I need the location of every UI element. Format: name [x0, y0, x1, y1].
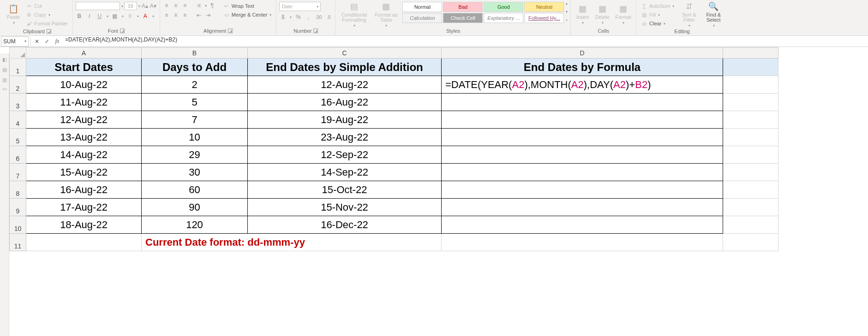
- format-label: Format: [615, 15, 631, 20]
- borders-button[interactable]: ▦: [111, 12, 119, 20]
- insert-function-button[interactable]: fx: [52, 36, 62, 47]
- sort-filter-button[interactable]: ⇵Sort & Filter▾: [678, 2, 700, 27]
- cancel-formula-button[interactable]: ✕: [32, 36, 42, 47]
- x-icon: ✕: [35, 38, 39, 45]
- italic-button[interactable]: I: [86, 12, 93, 20]
- style-normal[interactable]: Normal: [402, 2, 442, 12]
- merge-center-label: Merge & Center: [232, 12, 268, 18]
- formula-input[interactable]: =DATE(YEAR(A2),MONTH(A2),DAY(A2)+B2): [62, 36, 868, 47]
- decrease-font-icon[interactable]: A▾: [150, 2, 157, 10]
- scroll-up-icon[interactable]: ▴: [566, 2, 568, 6]
- chevron-down-icon[interactable]: ▾: [138, 4, 140, 8]
- cell-styles-gallery: Normal Bad Good Neutral Calculation Chec…: [402, 2, 564, 23]
- merge-icon: ▭: [223, 12, 230, 18]
- enter-formula-button[interactable]: ✓: [42, 36, 52, 47]
- find-select-button[interactable]: 🔍Find & Select▾: [702, 2, 725, 27]
- align-left-icon[interactable]: ≡: [163, 12, 170, 19]
- conditional-formatting-button[interactable]: ▤ Conditional Formatting ▾: [338, 2, 370, 27]
- paintbrush-icon: 🖌: [26, 21, 32, 26]
- cut-label: Cut: [34, 3, 42, 9]
- gallery-expand-icon[interactable]: ▿: [566, 18, 568, 22]
- dialog-launcher-icon[interactable]: [47, 29, 51, 34]
- merge-center-button[interactable]: ▭Merge & Center▾: [221, 11, 274, 19]
- group-label-font: Font: [76, 27, 157, 35]
- autosum-button[interactable]: ∑AutoSum▾: [639, 2, 676, 10]
- align-middle-icon[interactable]: ≡: [172, 2, 180, 9]
- format-painter-label: Format Painter: [34, 21, 68, 26]
- underline-button[interactable]: U: [96, 12, 103, 20]
- gallery-scroller: ▴ ▾ ▿: [566, 2, 568, 22]
- paste-button[interactable]: 📋 Paste ▾: [5, 2, 22, 27]
- autosum-label: AutoSum: [649, 3, 670, 9]
- increase-decimal-icon[interactable]: .00: [315, 13, 322, 21]
- decrease-decimal-icon[interactable]: .0: [325, 13, 332, 21]
- chevron-down-icon[interactable]: ▾: [24, 39, 26, 43]
- format-as-table-button[interactable]: ▦ Format as Table ▾: [371, 2, 401, 27]
- style-explanatory[interactable]: Explanatory ...: [484, 13, 523, 23]
- style-good[interactable]: Good: [484, 2, 523, 12]
- clear-button[interactable]: ◇Clear▾: [639, 19, 676, 28]
- align-bottom-icon[interactable]: ≡: [181, 2, 189, 9]
- dialog-launcher-icon[interactable]: [228, 29, 233, 33]
- ribbon-group-clipboard: 📋 Paste ▾ ✂Cut ⧉Copy▾ 🖌Format Painter Cl…: [2, 0, 73, 35]
- sigma-icon: ∑: [641, 3, 647, 9]
- ribbon-group-alignment: ≡ ≡ ≡ ⤭▾ ¶ ≡ ≡ ≡ ⇤ ⇥ ↩Wrap Text: [160, 0, 277, 35]
- delete-icon: ▦: [599, 4, 606, 14]
- scroll-down-icon[interactable]: ▾: [566, 10, 568, 14]
- bold-button[interactable]: B: [76, 12, 83, 20]
- group-label-clipboard: Clipboard: [5, 28, 70, 35]
- format-as-table-label: Format as Table: [373, 12, 399, 23]
- cut-button[interactable]: ✂Cut: [24, 2, 70, 10]
- copy-button[interactable]: ⧉Copy▾: [24, 11, 70, 19]
- chevron-down-icon[interactable]: ▾: [121, 4, 123, 8]
- style-calculation[interactable]: Calculation: [402, 13, 442, 23]
- style-check-cell[interactable]: Check Cell: [443, 13, 483, 23]
- group-label-styles: Styles: [338, 27, 568, 35]
- increase-font-icon[interactable]: A▴: [141, 2, 149, 10]
- fill-label: Fill: [649, 12, 656, 18]
- fill-down-icon: ▥: [641, 12, 647, 18]
- wrap-text-button[interactable]: ↩Wrap Text: [221, 2, 274, 10]
- wrap-text-label: Wrap Text: [232, 3, 254, 9]
- insert-cells-button[interactable]: ▦Insert▾: [574, 2, 591, 27]
- format-painter-button[interactable]: 🖌Format Painter: [24, 19, 70, 28]
- increase-indent-icon[interactable]: ⇥: [204, 12, 212, 19]
- fx-icon: fx: [55, 38, 60, 45]
- format-cells-button[interactable]: ▦Format▾: [613, 2, 633, 27]
- search-icon: 🔍: [708, 1, 718, 12]
- align-center-icon[interactable]: ≡: [172, 12, 180, 19]
- font-family-select[interactable]: [76, 2, 120, 10]
- orientation-icon[interactable]: ⤭: [195, 2, 203, 9]
- copy-icon: ⧉: [26, 12, 32, 18]
- style-followed-hyperlink[interactable]: Followed Hy...: [524, 13, 564, 23]
- comma-icon[interactable]: ,: [305, 13, 312, 21]
- ribbon-group-cells: ▦Insert▾ ▦Delete▾ ▦Format▾ Cells: [571, 0, 636, 35]
- clipboard-icon: 📋: [8, 4, 18, 14]
- chevron-down-icon: ▾: [48, 13, 50, 17]
- fill-button[interactable]: ▥Fill▾: [639, 11, 676, 19]
- dialog-launcher-icon[interactable]: [120, 29, 125, 33]
- delete-cells-button[interactable]: ▦Delete▾: [593, 2, 611, 27]
- copy-label: Copy: [34, 12, 46, 18]
- align-top-icon[interactable]: ≡: [163, 2, 170, 9]
- style-neutral[interactable]: Neutral: [524, 2, 564, 12]
- chevron-down-icon: ▾: [13, 21, 15, 25]
- currency-icon[interactable]: $: [279, 13, 287, 21]
- ltr-icon[interactable]: ¶: [209, 2, 216, 9]
- font-size-select[interactable]: 18: [124, 2, 137, 10]
- find-select-label: Find & Select: [704, 12, 723, 23]
- align-right-icon[interactable]: ≡: [181, 12, 189, 19]
- style-bad[interactable]: Bad: [443, 2, 483, 12]
- name-box[interactable]: SUM▾: [1, 36, 29, 47]
- chevron-down-icon: ▾: [107, 14, 108, 18]
- font-color-button[interactable]: A: [142, 12, 149, 20]
- table-icon: ▦: [382, 1, 390, 12]
- fill-color-button[interactable]: ◊: [126, 12, 134, 20]
- scissors-icon: ✂: [26, 3, 32, 9]
- number-format-select[interactable]: Date▾: [279, 2, 321, 11]
- dialog-launcher-icon[interactable]: [313, 29, 318, 33]
- conditional-formatting-label: Conditional Formatting: [340, 12, 368, 23]
- decrease-indent-icon[interactable]: ⇤: [195, 12, 203, 19]
- chevron-down-icon: ▾: [122, 14, 124, 18]
- percent-icon[interactable]: %: [294, 13, 302, 21]
